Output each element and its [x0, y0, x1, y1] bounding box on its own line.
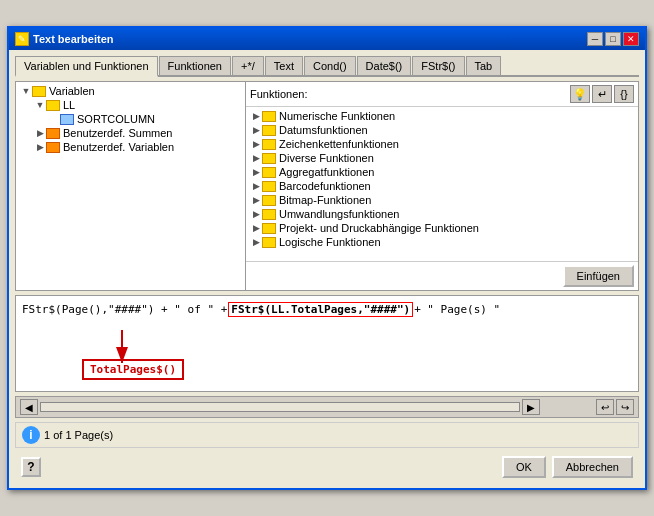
arrow-container: TotalPages$() — [82, 325, 632, 385]
tab-funktionen[interactable]: Funktionen — [159, 56, 231, 75]
window-content: Variablen und Funktionen Funktionen +*/ … — [9, 50, 645, 488]
einfuegen-button[interactable]: Einfügen — [563, 265, 634, 287]
window-title: Text bearbeiten — [33, 33, 114, 45]
folder-icon-projekt — [262, 223, 276, 234]
func-item-numerische[interactable]: ▶ Numerische Funktionen — [248, 109, 636, 123]
expand-icon-numerische: ▶ — [250, 111, 262, 121]
expand-icon-bitmap: ▶ — [250, 195, 262, 205]
tree-item-benutzerdef-summen[interactable]: ▶ Benutzerdef. Summen — [32, 126, 243, 140]
folder-icon-zeichenketten — [262, 139, 276, 150]
minimize-button[interactable]: ─ — [587, 32, 603, 46]
tab-variablen-funktionen[interactable]: Variablen und Funktionen — [15, 56, 158, 77]
ok-button[interactable]: OK — [502, 456, 546, 478]
func-label-numerische: Numerische Funktionen — [279, 110, 395, 122]
expand-icon-logische: ▶ — [250, 237, 262, 247]
func-label-bitmap: Bitmap-Funktionen — [279, 194, 371, 206]
formula-area[interactable]: FStr$(Page(),"####") + " of " + FStr$(LL… — [15, 295, 639, 392]
cancel-button[interactable]: Abbrechen — [552, 456, 633, 478]
func-label-zeichenketten: Zeichenkettenfunktionen — [279, 138, 399, 150]
func-item-datums[interactable]: ▶ Datumsfunktionen — [248, 123, 636, 137]
folder-icon-numerische — [262, 111, 276, 122]
tab-bar: Variablen und Funktionen Funktionen +*/ … — [15, 56, 639, 77]
func-item-bitmap[interactable]: ▶ Bitmap-Funktionen — [248, 193, 636, 207]
info-icon: i — [22, 426, 40, 444]
folder-icon-variablen — [32, 86, 46, 97]
functions-panel-header: Funktionen: 💡 ↵ {} — [246, 82, 638, 107]
tab-tab[interactable]: Tab — [466, 56, 502, 75]
folder-icon-variablen2 — [46, 142, 60, 153]
expand-icon-diverse: ▶ — [250, 153, 262, 163]
func-item-logische[interactable]: ▶ Logische Funktionen — [248, 235, 636, 249]
folder-icon-barcode — [262, 181, 276, 192]
functions-panel-footer: Einfügen — [246, 261, 638, 290]
window-icon: ✎ — [15, 32, 29, 46]
tab-text[interactable]: Text — [265, 56, 303, 75]
folder-icon-bitmap — [262, 195, 276, 206]
scroll-left-area: ◀ ▶ — [20, 399, 540, 415]
tab-fstr[interactable]: FStr$() — [412, 56, 464, 75]
tree-item-sortcolumn[interactable]: SORTCOLUMN — [46, 112, 243, 126]
folder-icon-datums — [262, 125, 276, 136]
functions-label: Funktionen: — [250, 88, 307, 100]
expand-icon-variablen2: ▶ — [34, 142, 46, 152]
expand-icon-barcode: ▶ — [250, 181, 262, 191]
func-label-projekt: Projekt- und Druckabhängige Funktionen — [279, 222, 479, 234]
lightbulb-icon-btn[interactable]: 💡 — [570, 85, 590, 103]
file-icon-sortcolumn — [60, 114, 74, 125]
tree-label-ll: LL — [63, 99, 75, 111]
title-bar: ✎ Text bearbeiten ─ □ ✕ — [9, 28, 645, 50]
func-label-logische: Logische Funktionen — [279, 236, 381, 248]
expand-icon-ll: ▼ — [34, 100, 46, 110]
func-item-diverse[interactable]: ▶ Diverse Funktionen — [248, 151, 636, 165]
tree-label-summen: Benutzerdef. Summen — [63, 127, 172, 139]
folder-icon-summen — [46, 128, 60, 139]
tree-item-benutzerdef-variablen[interactable]: ▶ Benutzerdef. Variablen — [32, 140, 243, 154]
expand-icon-summen: ▶ — [34, 128, 46, 138]
func-item-umwandlung[interactable]: ▶ Umwandlungsfunktionen — [248, 207, 636, 221]
return-icon-btn[interactable]: ↵ — [592, 85, 612, 103]
scroll-left-btn[interactable]: ◀ — [20, 399, 38, 415]
undo-redo-buttons: ↩ ↪ — [596, 399, 634, 415]
folder-icon-diverse — [262, 153, 276, 164]
func-label-datums: Datumsfunktionen — [279, 124, 368, 136]
expand-icon-umwandlung: ▶ — [250, 209, 262, 219]
tab-ops[interactable]: +*/ — [232, 56, 264, 75]
maximize-button[interactable]: □ — [605, 32, 621, 46]
help-button[interactable]: ? — [21, 457, 41, 477]
tree-item-ll[interactable]: ▼ LL — [32, 98, 243, 112]
func-item-zeichenketten[interactable]: ▶ Zeichenkettenfunktionen — [248, 137, 636, 151]
functions-panel: Funktionen: 💡 ↵ {} ▶ Numerische Funktion… — [246, 82, 638, 290]
func-label-aggregat: Aggregatfunktionen — [279, 166, 374, 178]
formula-part3: + " Page(s) " — [414, 303, 500, 316]
title-buttons: ─ □ ✕ — [587, 32, 639, 46]
folder-icon-umwandlung — [262, 209, 276, 220]
tree-label-sortcolumn: SORTCOLUMN — [77, 113, 155, 125]
undo-button[interactable]: ↩ — [596, 399, 614, 415]
func-label-diverse: Diverse Funktionen — [279, 152, 374, 164]
main-panel: ▼ Variablen ▼ LL SORTCOLUMN — [15, 81, 639, 291]
tab-cond[interactable]: Cond() — [304, 56, 356, 75]
expand-icon-variablen: ▼ — [20, 86, 32, 96]
main-window: ✎ Text bearbeiten ─ □ ✕ Variablen und Fu… — [7, 26, 647, 490]
scroll-right-btn[interactable]: ▶ — [522, 399, 540, 415]
formula-part1: FStr$(Page(),"####") + " of " + — [22, 303, 227, 316]
tab-date[interactable]: Date$() — [357, 56, 412, 75]
close-button[interactable]: ✕ — [623, 32, 639, 46]
expand-icon-aggregat: ▶ — [250, 167, 262, 177]
page-info-text: 1 of 1 Page(s) — [44, 429, 113, 441]
formula-scrollbar-bar: ◀ ▶ ↩ ↪ — [15, 396, 639, 418]
functions-icons: 💡 ↵ {} — [570, 85, 634, 103]
braces-icon-btn[interactable]: {} — [614, 85, 634, 103]
func-item-barcode[interactable]: ▶ Barcodefunktionen — [248, 179, 636, 193]
func-item-aggregat[interactable]: ▶ Aggregatfunktionen — [248, 165, 636, 179]
expand-icon-zeichenketten: ▶ — [250, 139, 262, 149]
bottom-buttons: OK Abbrechen — [502, 456, 633, 478]
folder-icon-ll — [46, 100, 60, 111]
tree-label-variablen2: Benutzerdef. Variablen — [63, 141, 174, 153]
tree-item-variablen[interactable]: ▼ Variablen — [18, 84, 243, 98]
redo-button[interactable]: ↪ — [616, 399, 634, 415]
formula-scrollbar-track[interactable] — [40, 402, 520, 412]
func-item-projekt[interactable]: ▶ Projekt- und Druckabhängige Funktionen — [248, 221, 636, 235]
tree-label-variablen: Variablen — [49, 85, 95, 97]
expand-icon-datums: ▶ — [250, 125, 262, 135]
